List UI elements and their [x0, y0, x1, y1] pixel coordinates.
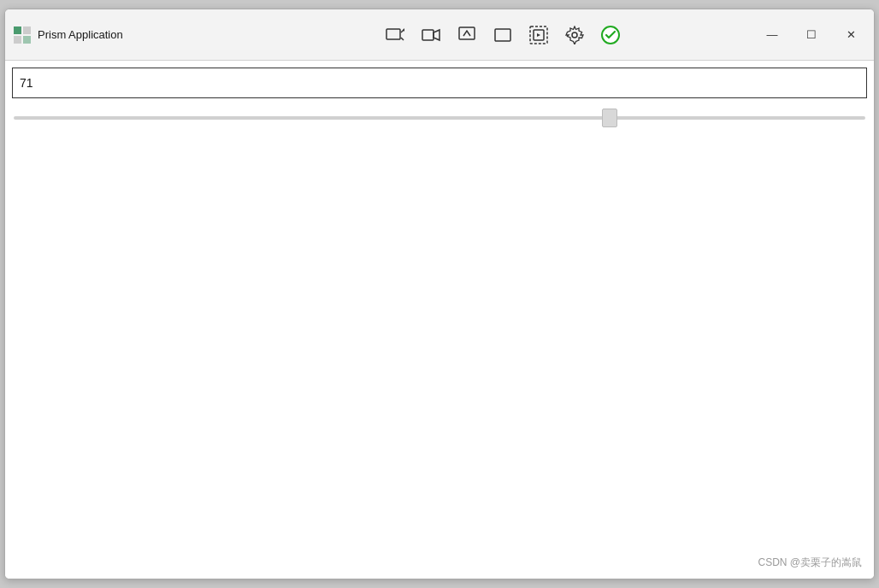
svg-marker-14: [537, 33, 540, 37]
check-icon: [600, 25, 621, 45]
watermark: CSDN @卖栗子的嵩鼠: [758, 556, 862, 570]
svg-rect-11: [495, 29, 510, 41]
settings-icon: [565, 26, 584, 44]
close-button[interactable]: ✕: [831, 21, 870, 49]
svg-rect-10: [459, 27, 475, 39]
content-area: CSDN @卖栗子的嵩鼠: [5, 61, 874, 579]
slider-container: [12, 105, 867, 131]
video-camera-button[interactable]: [416, 20, 446, 50]
titlebar-left: Prism Application: [5, 26, 253, 44]
settings-button[interactable]: [559, 20, 590, 50]
svg-rect-3: [23, 36, 31, 44]
main-window: Prism Application: [4, 9, 875, 579]
svg-rect-4: [386, 29, 400, 39]
toolbar: [253, 20, 752, 50]
svg-rect-1: [23, 26, 31, 34]
select-region-icon: [529, 26, 548, 44]
svg-marker-9: [434, 30, 440, 40]
rectangle-icon: [493, 26, 512, 44]
svg-point-15: [572, 32, 577, 38]
select-region-button[interactable]: [523, 20, 554, 50]
pointer-button[interactable]: [451, 20, 482, 50]
slider-thumb[interactable]: [602, 109, 617, 127]
app-title: Prism Application: [38, 28, 123, 41]
svg-line-6: [401, 38, 404, 40]
pointer-icon: [457, 26, 476, 44]
svg-rect-8: [422, 30, 434, 40]
screen-capture-button[interactable]: [380, 20, 410, 50]
app-icon: [14, 26, 31, 44]
rectangle-button[interactable]: [487, 20, 518, 50]
titlebar: Prism Application: [5, 9, 874, 61]
screen-capture-icon: [386, 26, 404, 44]
window-controls: — ☐ ✕: [752, 21, 874, 49]
minimize-button[interactable]: —: [752, 21, 792, 49]
slider-track: [14, 116, 865, 120]
value-input[interactable]: [12, 68, 867, 98]
svg-rect-0: [14, 26, 21, 34]
video-camera-icon: [422, 26, 440, 44]
svg-rect-2: [14, 36, 21, 44]
maximize-button[interactable]: ☐: [792, 21, 831, 49]
check-button[interactable]: [595, 20, 626, 50]
